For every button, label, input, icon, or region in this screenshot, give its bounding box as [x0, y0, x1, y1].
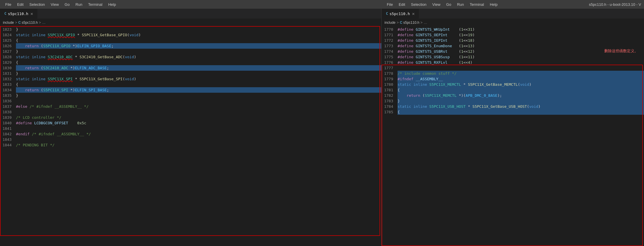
- menu-file[interactable]: File: [3, 2, 14, 7]
- left-breadcrumb: include > C s5pc110.h > …: [0, 19, 381, 26]
- code-line-1781: {: [398, 87, 644, 93]
- code-line-1826: return (S5PC11X_GPIO *)ELFIN_GPIO_BASE;: [16, 43, 381, 49]
- right-breadcrumb-sep2: >: [420, 21, 422, 25]
- left-line-numbers: 1823 1824 1825 1826 1827 1828 1829 1830 …: [0, 26, 14, 246]
- breadcrumb-dots: …: [42, 21, 46, 25]
- right-menu-go[interactable]: Go: [444, 2, 453, 7]
- breadcrumb-sep1: >: [15, 21, 17, 25]
- right-breadcrumb-icon: C: [400, 21, 402, 25]
- code-line-1782: return (S5PC11X_MEMCTL *)(APB_DMC_0_BASE…: [398, 93, 644, 98]
- breadcrumb-sep2: >: [39, 21, 41, 25]
- code-line-1823: }: [16, 27, 381, 32]
- code-line-1844: /* PENDING BIT */: [16, 142, 381, 148]
- left-tab-close[interactable]: ×: [30, 11, 33, 17]
- code-line-1835: }: [16, 93, 381, 98]
- right-tab-icon: C: [386, 12, 388, 16]
- code-line-1832: static inline S5PC11X_SPI * S5PC11X_GetB…: [16, 76, 381, 82]
- annotation-text: 删除这些函数定义。: [604, 48, 638, 54]
- left-tab-label: s5pc110.h: [8, 12, 28, 16]
- code-line-1780: static inline S5PC11X_MEMCTL * S5PC11X_G…: [398, 82, 644, 87]
- code-line-1778: /* include common stuff */: [398, 71, 644, 76]
- code-line-1825: {: [16, 38, 381, 43]
- code-line-1843: [16, 137, 381, 142]
- code-line-1830: return (S3C2410_ADC *)ELFIN_ADC_BASE;: [16, 65, 381, 71]
- code-line-1770: #define GINTSTS_WKUpInt (1<<31): [398, 27, 644, 32]
- code-line-1771: #define GINTSTS_OEPInt (1<<19): [398, 32, 644, 38]
- breadcrumb-filename: s5pc110.h: [22, 21, 38, 25]
- right-line-numbers: 1770 1771 1772 1773 1774 1775 1776 1777 …: [382, 26, 396, 246]
- right-menu-bar: File Edit Selection View Go Run Terminal…: [382, 0, 644, 9]
- code-line-1779: #ifndef __ASSEMBLY__: [398, 76, 644, 82]
- code-line-1772: #define GINTSTS_IEPInt (1<<18): [398, 38, 644, 43]
- left-menu-bar: File Edit Selection View Go Run Terminal…: [0, 0, 381, 9]
- code-line-1785: {: [398, 109, 644, 115]
- code-line-1838: [16, 109, 381, 115]
- code-line-1834: return (S5PC11X_SPI *)ELFIN_SPI_BASE;: [16, 87, 381, 93]
- code-line-1836: [16, 98, 381, 104]
- code-line-1827: }: [16, 49, 381, 54]
- right-breadcrumb-sep1: >: [397, 21, 399, 25]
- code-line-1828: static inline S3C2410_ADC * S3C2410_GetB…: [16, 54, 381, 60]
- menu-edit[interactable]: Edit: [15, 2, 26, 7]
- right-menu-terminal[interactable]: Terminal: [467, 2, 486, 7]
- right-tab-close[interactable]: ×: [412, 11, 415, 17]
- right-menu-selection[interactable]: Selection: [409, 2, 429, 7]
- code-line-1824: static inline S5PC11X_GPIO * S5PC11X_Get…: [16, 32, 381, 38]
- breadcrumb-include: include: [3, 21, 14, 25]
- right-title-text: s5pc110.h - u-boot-2013.10 - V: [589, 2, 641, 7]
- code-line-1842: #endif /* #ifndef __ASSEMBLY__ */: [16, 131, 381, 137]
- code-line-1841: [16, 126, 381, 131]
- menu-terminal[interactable]: Terminal: [86, 2, 105, 7]
- right-breadcrumb: include > C s5pc110.h > …: [382, 19, 644, 26]
- tab-file-icon: C: [4, 12, 6, 16]
- left-tab-bar: C s5pc110.h ×: [0, 9, 381, 19]
- code-line-1783: }: [398, 98, 644, 104]
- right-menu-file[interactable]: File: [384, 2, 395, 7]
- code-line-1776: #define GINTSTS_RXFLvl (1<<4): [398, 60, 644, 65]
- right-breadcrumb-include: include: [384, 21, 396, 25]
- code-line-1839: /* LCD controller */: [16, 115, 381, 120]
- code-line-1840: #define LCDBGCON_OFFSET 0x5c: [16, 120, 381, 126]
- code-line-1784: static inline S5PC11X_USB_HOST * S5PC11X…: [398, 104, 644, 109]
- menu-go[interactable]: Go: [62, 2, 72, 7]
- right-editor-pane: File Edit Selection View Go Run Terminal…: [382, 0, 644, 246]
- right-code-area: 1770 1771 1772 1773 1774 1775 1776 1777 …: [382, 26, 644, 246]
- left-tab[interactable]: C s5pc110.h ×: [0, 9, 38, 19]
- code-line-1777: [398, 65, 644, 71]
- right-tab-label: s5pc110.h: [389, 12, 410, 16]
- right-menu-help[interactable]: Help: [487, 2, 500, 7]
- menu-view[interactable]: View: [48, 2, 61, 7]
- left-editor-pane: File Edit Selection View Go Run Terminal…: [0, 0, 381, 246]
- code-line-1831: }: [16, 71, 381, 76]
- right-code-content[interactable]: 删除这些函数定义。 #define GINTSTS_WKUpInt (1<<31…: [396, 26, 644, 246]
- right-tab-bar: C s5pc110.h ×: [382, 9, 644, 19]
- code-line-1837: #else /* #ifndef __ASSEMBLY__ */: [16, 104, 381, 109]
- code-line-1829: {: [16, 60, 381, 65]
- left-code-area: 1823 1824 1825 1826 1827 1828 1829 1830 …: [0, 26, 381, 246]
- menu-run[interactable]: Run: [73, 2, 85, 7]
- right-menu-run[interactable]: Run: [455, 2, 466, 7]
- right-breadcrumb-filename: s5pc110.h: [403, 21, 419, 25]
- breadcrumb-file-icon: C: [18, 21, 21, 25]
- right-menu-edit[interactable]: Edit: [396, 2, 407, 7]
- left-code-content[interactable]: } static inline S5PC11X_GPIO * S5PC11X_G…: [14, 26, 381, 246]
- menu-help[interactable]: Help: [106, 2, 118, 7]
- code-line-1775: #define GINTSTS_USBSusp (1<<11): [398, 54, 644, 60]
- code-line-1833: {: [16, 82, 381, 87]
- right-menu-view[interactable]: View: [430, 2, 443, 7]
- menu-selection[interactable]: Selection: [27, 2, 47, 7]
- right-breadcrumb-dots: …: [424, 21, 427, 25]
- right-tab[interactable]: C s5pc110.h ×: [382, 9, 419, 19]
